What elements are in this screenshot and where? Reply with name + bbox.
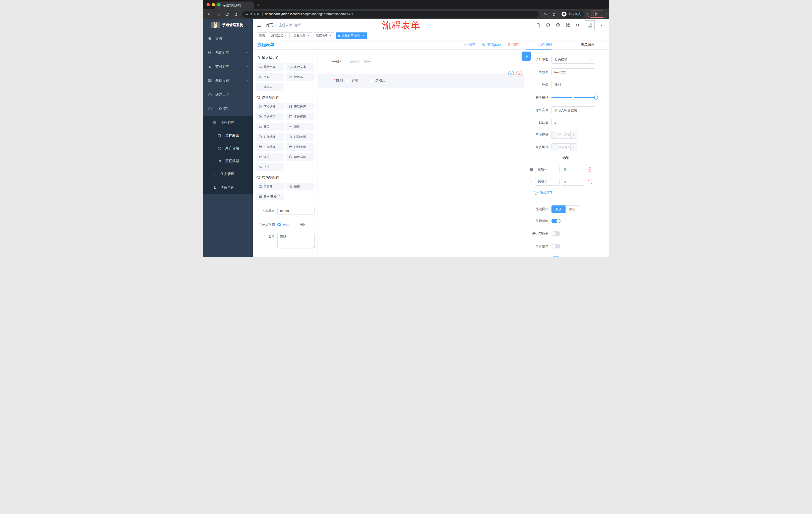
close-tag-icon[interactable] (329, 34, 332, 37)
sidebar-item-leave-query[interactable]: 请假查询 (203, 181, 253, 194)
collapse-sidebar-icon[interactable] (257, 23, 262, 28)
sidebar-item-process-model[interactable]: 流程模型 (203, 155, 253, 167)
status-off-radio[interactable]: 关闭 (295, 222, 307, 227)
palette-item-editor[interactable]: 编辑器 (256, 83, 284, 91)
palette-item-radio-group[interactable]: 单选框组 (256, 113, 284, 120)
phone-input[interactable] (346, 57, 515, 66)
option-label-input[interactable] (535, 166, 559, 173)
sidebar-item-process-manage[interactable]: 流程管理 (203, 116, 253, 130)
close-window-button[interactable] (206, 3, 210, 6)
default-value-input[interactable] (551, 119, 595, 126)
clear-button[interactable]: 清空 (507, 43, 520, 47)
not-secure-icon[interactable] (245, 12, 249, 16)
gender-option-1[interactable]: 选项一 (346, 78, 362, 83)
close-tag-icon[interactable] (362, 34, 365, 37)
palette-item-counter[interactable]: 123计数器 (286, 73, 314, 81)
tab-form-props[interactable]: 表单属性 (567, 40, 609, 49)
sidebar-item-workflow[interactable]: 工作流程 (203, 102, 253, 116)
palette-item-rate[interactable]: 评分 (256, 153, 284, 161)
tab-component-props[interactable]: 组件属性 (524, 40, 567, 49)
component-type-select[interactable]: 多选框组 (551, 56, 595, 64)
tag-home[interactable]: 首页 (257, 32, 267, 39)
disabled-switch[interactable] (551, 244, 560, 248)
view-json-button[interactable]: 查看json (482, 43, 501, 47)
palette-item-password[interactable]: 密码 (256, 73, 284, 81)
palette-item-time-range[interactable]: 时间范围 (286, 133, 314, 141)
palette-item-date[interactable]: 日期选择 (256, 143, 284, 151)
copy-field-button[interactable] (508, 71, 514, 77)
breadcrumb-home[interactable]: 首页 (266, 23, 273, 27)
sidebar-item-payment[interactable]: ¥ 支付管理 (203, 60, 253, 74)
github-icon[interactable] (546, 23, 550, 27)
palette-item-color[interactable]: 颜色选择 (286, 153, 314, 161)
search-icon[interactable] (536, 23, 541, 27)
sidebar-item-user-group[interactable]: 用户分组 (203, 142, 253, 155)
tag-process-model[interactable]: 流程模型 (291, 32, 312, 39)
canvas-field-phone[interactable]: 手机号 (318, 57, 524, 66)
drag-handle-icon[interactable] (529, 167, 533, 172)
minimize-window-button[interactable] (212, 3, 215, 6)
help-icon[interactable]: ? (556, 23, 560, 27)
palette-item-table[interactable]: 表格[开发中] (256, 193, 284, 200)
sidebar-item-infra[interactable]: 基础设施 (203, 74, 253, 88)
browser-update-menu-button[interactable]: 更新 (587, 10, 607, 18)
style-button-button[interactable]: 按钮 (566, 206, 579, 213)
tag-process-definition[interactable]: 流程定义 (269, 32, 290, 39)
palette-item-multi-text[interactable]: 多行文本 (286, 63, 314, 71)
font-size-icon[interactable]: TT (575, 23, 580, 27)
palette-item-upload[interactable]: 上传 (256, 163, 284, 171)
back-icon[interactable] (207, 12, 211, 16)
gender-option-2[interactable]: 选项二 (370, 78, 386, 83)
border-switch[interactable] (551, 231, 560, 236)
sidebar-item-task-manage[interactable]: 任务管理 (203, 167, 253, 181)
close-tab-icon[interactable] (248, 3, 252, 7)
stepper-placeholder[interactable]: 最多可选 (558, 143, 570, 151)
save-button[interactable]: 保存 (464, 43, 475, 47)
increase-button[interactable] (570, 131, 577, 138)
fullscreen-icon[interactable] (566, 23, 570, 27)
forward-icon[interactable] (216, 12, 220, 16)
close-tag-icon[interactable] (307, 34, 310, 37)
field-name-input[interactable] (551, 69, 595, 76)
address-bar[interactable]: 不安全 dashboard.yudao.iocoder.cn/bpm/manag… (242, 11, 539, 18)
sidebar-item-process-form[interactable]: 流程表单 (203, 130, 253, 142)
avatar[interactable] (585, 20, 595, 30)
remark-textarea[interactable]: 嘿嘿 (278, 233, 315, 248)
increase-button[interactable] (570, 143, 577, 151)
required-switch[interactable] (551, 256, 560, 257)
reload-icon[interactable] (225, 12, 229, 16)
palette-item-row-container[interactable]: 行容器 (256, 183, 284, 190)
maximize-window-button[interactable] (217, 3, 220, 6)
palette-item-time[interactable]: 时间选择 (256, 133, 284, 141)
remove-option-button[interactable] (588, 167, 592, 172)
palette-item-date-range[interactable]: 日期范围 (286, 143, 314, 151)
style-default-button[interactable]: 默认 (551, 206, 566, 213)
checkbox-icon[interactable] (346, 79, 349, 82)
decrease-button[interactable] (552, 143, 558, 151)
tag-process-form[interactable]: 流程表单 (314, 32, 335, 39)
browser-menu-dots-icon[interactable] (600, 12, 604, 16)
drag-handle-icon[interactable] (529, 180, 533, 184)
slider-track[interactable] (551, 97, 596, 98)
palette-item-checkbox-group[interactable]: 多选框组 (286, 113, 314, 120)
password-key-icon[interactable] (543, 12, 547, 16)
decrease-button[interactable] (552, 131, 558, 138)
link-float-button[interactable] (522, 52, 531, 61)
grid-slider[interactable] (551, 96, 596, 100)
sidebar-item-home[interactable]: 首页 (203, 31, 253, 46)
palette-item-single-text[interactable]: 单行文本 (256, 63, 284, 71)
add-option-button[interactable]: 添加选项 (534, 190, 604, 195)
remove-option-button[interactable] (588, 180, 592, 184)
palette-item-slider[interactable]: 滑块 (286, 123, 314, 131)
close-tag-icon[interactable] (284, 34, 287, 37)
form-name-input[interactable] (278, 207, 315, 215)
palette-item-button[interactable]: 按钮 (286, 183, 314, 190)
delete-field-button[interactable] (516, 71, 522, 77)
option-label-input[interactable] (535, 178, 559, 186)
palette-item-switch[interactable]: 开关 (256, 123, 284, 131)
canvas-field-gender-selected[interactable]: 性别 选项一 选项二 (318, 74, 524, 88)
browser-tab[interactable]: 芋道管理系统 (215, 1, 254, 9)
sidebar-item-devtools[interactable]: 研发工具 (203, 88, 253, 102)
bookmark-star-icon[interactable] (552, 12, 556, 16)
show-label-switch[interactable] (551, 219, 560, 223)
